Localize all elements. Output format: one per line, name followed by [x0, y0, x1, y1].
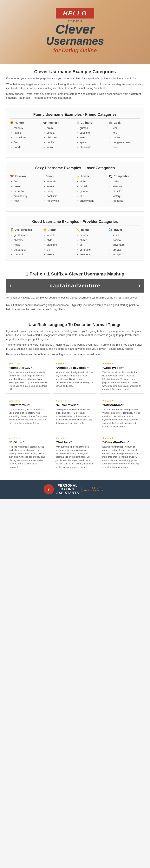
talent-icon: ✏️ — [76, 228, 80, 231]
list-item: moonwalk — [47, 198, 74, 203]
card-surfjock: ★★★☆☆ "SurfJock" With surfing being one … — [53, 434, 97, 472]
funny-header: Funny Username Examples - Friend Catagor… — [10, 113, 140, 119]
sexy-col-passion-header: ❤️ Passion — [10, 175, 41, 178]
divider-3 — [6, 211, 144, 212]
intellect-list: brainscholarphilistinebookswonk — [43, 126, 74, 150]
intro-text-2: What better way to get your creative jui… — [6, 82, 144, 90]
sexy-section: Sexy Username Examples - Lover Catagorie… — [6, 162, 144, 207]
card-codetycoon: ★★★★★ "CodeTycoon" Yes! Juxtaposition. R… — [100, 360, 144, 394]
list-item: dream — [14, 184, 41, 189]
list-item: funky — [47, 189, 74, 193]
artistabroad-body: You can hear her swooning already! What … — [102, 408, 141, 428]
card-mikefromnj: ★☆☆☆☆ "mikefromNJ" If you must use your … — [6, 397, 50, 431]
list-item: escape — [112, 252, 140, 257]
main-section-title: Clever Username Example Categories — [6, 69, 144, 74]
list-item: smoldering — [14, 194, 41, 198]
footer-logo-block: ♥ PERSONAL DATING ASSISTANTS DATING DONE… — [44, 484, 107, 495]
footer-line1: PERSONAL — [56, 484, 79, 488]
footer-tagline: DATING — [84, 487, 107, 489]
list-item: spiced — [80, 140, 107, 145]
list-item: thoughtful — [14, 247, 41, 252]
mashup-section: 1 Prefix + 1 Suffix = Clever Username Ma… — [6, 269, 144, 313]
funny-section: Funny Username Examples - Friend Catagor… — [6, 108, 144, 154]
dance-label: Dance — [46, 175, 54, 178]
hero-badge: HELLO — [56, 8, 94, 19]
cards-row-1: ★★☆☆☆ "computerGuy" Computer, as a word,… — [6, 360, 144, 394]
culinary-list: gumbocupcakewinespicedchocolate — [76, 126, 107, 150]
musictraveler-body: Getting warmer. Who doesn't love music a… — [55, 408, 94, 425]
list-item: tropical — [112, 238, 140, 242]
footer-tagline-block: DATING DONE FOR YOU — [81, 487, 107, 492]
list-item: victory — [112, 194, 140, 198]
passion-icon: ❤️ — [10, 175, 14, 178]
funny-col-humor: 😊 Humor monkeynibblemarvelousfeetpanda — [10, 121, 41, 150]
artistabroad-stars: ★★★★★ — [102, 399, 141, 402]
travel-label: Travel — [114, 228, 122, 231]
computerguy-stars: ★★☆☆☆ — [9, 362, 48, 365]
mikefromnj-body: If you must use your first name in a use… — [9, 408, 48, 425]
good-col-travel-header: ✈️ Travel — [109, 228, 140, 231]
sexy-col-dance: ♪ Dance smoothsuavefunkybackspinmoonwalk — [43, 175, 74, 203]
funny-col-humor-header: 😊 Humor — [10, 121, 41, 124]
talent-list: creatorskilledgiftconductoraesthetic — [76, 233, 107, 257]
culinary-label: Culinary — [81, 121, 92, 124]
arrow-right-icon[interactable]: › — [139, 282, 141, 289]
funny-section-title: Funny Username Examples - Friend Catagor… — [33, 113, 117, 117]
list-item: endowment — [80, 198, 107, 203]
good-col-talent: ✏️ Talent creatorskilledgiftconductoraes… — [76, 228, 107, 257]
good-columns-grid: 🏅 Old Fashioned gentlemanchivalrynobleth… — [10, 228, 140, 257]
oldfashioned-label: Old Fashioned — [15, 228, 32, 231]
mikefromnj-stars: ★☆☆☆☆ — [9, 399, 48, 402]
codetycoon-stars: ★★★★★ — [102, 362, 141, 365]
watersrundeep-body: Now we're intrigued! This turn of phrase… — [102, 445, 141, 469]
intro-text-1: If you found your way to this page becau… — [6, 76, 144, 81]
funny-col-culinary: 🍴 Culinary gumbocupcakewinespicedchocola… — [76, 121, 107, 150]
list-item: platinum — [47, 242, 74, 247]
sexy-col-dance-header: ♪ Dance — [43, 175, 74, 178]
good-col-oldfashioned-header: 🏅 Old Fashioned — [10, 228, 41, 231]
surfjock-stars: ★★★☆☆ — [55, 437, 94, 439]
list-item: adventure — [112, 242, 140, 247]
sexy-col-passion: ❤️ Passion firedreamseductionsmolderingh… — [10, 175, 41, 203]
list-item: smooth — [47, 179, 74, 184]
good-section: Good Username Examples - Provider Catago… — [6, 216, 144, 261]
intellect-icon: 🎓 — [43, 121, 47, 124]
competition-list: ballerstaminamusclevictorymedalist — [109, 179, 140, 203]
card-biglifter: ★☆☆☆☆ "BIGlifter" If true to his name, c… — [6, 434, 50, 472]
mashup-example-box: ‹ captainadventure › — [6, 279, 144, 292]
list-item: abroad — [112, 247, 140, 252]
list-item: gumbo — [80, 126, 107, 130]
biglifter-stars: ★☆☆☆☆ — [9, 437, 48, 439]
hero-section: HELLO my name is Clever Usernames for Da… — [0, 0, 150, 64]
power-icon: ⚡ — [76, 175, 80, 178]
list-item: code — [112, 145, 140, 150]
list-item: cupcake — [80, 130, 107, 135]
footer-line3: ASSISTANTS — [56, 491, 79, 495]
list-item: aesthetic — [80, 252, 107, 257]
humor-list: monkeynibblemarvelousfeetpanda — [10, 126, 41, 150]
power-label: Power — [81, 175, 89, 178]
mashup-example-text: captainadventure — [50, 282, 100, 289]
sexy-columns-grid: ❤️ Passion firedreamseductionsmolderingh… — [10, 175, 140, 203]
list-item: books — [47, 140, 74, 145]
main-content: Clever Username Example Categories If yo… — [0, 64, 150, 479]
list-item: dungeonmaster — [112, 140, 140, 145]
good-col-talent-header: ✏️ Talent — [76, 228, 107, 231]
arrow-left-icon[interactable]: ‹ — [9, 282, 11, 289]
biglifter-username: "BIGlifter" — [9, 440, 48, 444]
footer-logo-circle: ♥ — [44, 484, 54, 494]
list-item: tycoon — [80, 189, 107, 193]
intellect-label: Intellect — [48, 121, 58, 124]
ambitious-stars: ★★★★☆ — [55, 362, 94, 365]
good-col-status-header: 👑 Status — [43, 228, 74, 231]
list-item: jetset — [112, 233, 140, 238]
mashup-title: 1 Prefix + 1 Suffix = Clever Username Ma… — [6, 271, 144, 277]
sexy-col-power: ⚡ Power alphacaptaintycoonCEOendowment — [76, 175, 107, 203]
good-col-status: 👑 Status velvetstyleplatinumVIPluxury — [43, 228, 74, 257]
competition-icon: ⚽ — [109, 175, 112, 178]
card-computerguy: ★★☆☆☆ "computerGuy" Computer, as a word,… — [6, 360, 50, 394]
list-item: gentleman — [14, 233, 41, 238]
sexy-col-power-header: ⚡ Power — [76, 175, 107, 178]
geek-label: Geek — [114, 121, 121, 124]
rich-section: Use Rich Language To Describe Normal Thi… — [6, 322, 144, 472]
